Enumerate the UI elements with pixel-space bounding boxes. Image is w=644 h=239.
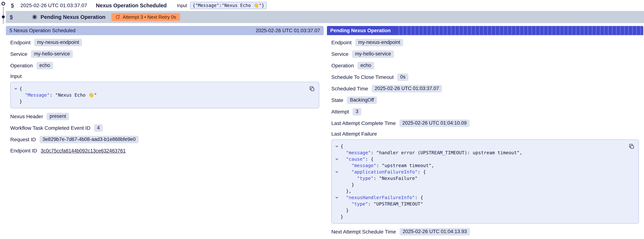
detail-field: Schedule To Close Timeout0s (331, 74, 639, 81)
input-preview-chip: {"Message":"Nexus Echo 👋"} (190, 2, 267, 9)
field-value-chip: present (47, 113, 69, 120)
event-name: Nexus Operation Scheduled (96, 2, 167, 8)
timeline-gutter (0, 0, 6, 26)
json-key: "cause" (346, 156, 365, 162)
field-value-chip: 3e829b7e-7d67-4b08-aad3-b1e868bfe9e0 (40, 136, 138, 143)
json-key: "nexusHandlerFailureInfo" (346, 194, 415, 201)
chevron-down-icon[interactable] (12, 86, 20, 92)
detail-field: Last Attempt Complete Time2025-02-26 UTC… (331, 120, 639, 127)
field-value-link[interactable]: 3c0c75ccfa8144b092c13ce632463761 (41, 148, 126, 154)
left-panel-body: Endpointmy-nexus-endpointServicemy-hello… (6, 35, 324, 162)
input-label: Input (177, 3, 187, 8)
event-history-row[interactable]: 5 2025-02-26 UTC 01:03:37.07 Nexus Opera… (0, 0, 644, 11)
detail-field: Nexus Headerpresent (10, 113, 319, 120)
json-text: "UPSTREAM_TIMEOUT" (374, 201, 423, 207)
detail-field: Operationecho (10, 62, 319, 69)
field-value-chip: 4 (94, 124, 103, 132)
json-text: : (368, 201, 374, 207)
json-text: : { (415, 194, 423, 201)
json-text: "upstream timeout", (382, 162, 434, 169)
json-text: : (374, 175, 379, 182)
code-gutter (333, 162, 340, 169)
json-key: "message" (346, 150, 371, 156)
chevron-down-icon[interactable] (333, 169, 340, 175)
field-label: Nexus Header (10, 114, 43, 120)
detail-field: Attempt3 (331, 108, 639, 116)
json-text: : (376, 162, 382, 169)
detail-panels: 5 Nexus Operation Scheduled 2025-02-26 U… (6, 26, 643, 239)
pending-operation-panel: Pending Nexus Operation Endpointmy-nexus… (327, 26, 643, 239)
code-line: "nexusHandlerFailureInfo": { (333, 194, 624, 201)
json-text: { (20, 86, 22, 92)
detail-field: Last Attempt Failure{"message": "handler… (331, 131, 639, 224)
code-line: "cause": { (333, 156, 624, 162)
field-value-chip: echo (36, 62, 53, 69)
json-key: "applicationFailureInfo" (352, 169, 418, 175)
field-value-chip: 2025-02-26 UTC 01:04:13.93 (400, 228, 470, 236)
code-gutter (333, 207, 340, 214)
code-gutter (333, 188, 340, 194)
chevron-down-icon[interactable] (333, 194, 340, 201)
field-value-chip: my-nexus-endpoint (355, 39, 403, 46)
event-timestamp: 2025-02-26 UTC 01:03:37.07 (20, 2, 87, 8)
field-label: Request ID (10, 137, 36, 142)
field-value-chip: my-hello-service (31, 50, 73, 58)
detail-field: Servicemy-hello-service (10, 50, 319, 58)
pending-operation-title: Pending Nexus Operation (41, 14, 106, 20)
code-gutter (333, 182, 340, 188)
json-text: } (352, 182, 354, 188)
json-text: "handler error (UPSTREAM_TIMEOUT): upstr… (376, 150, 522, 156)
in-progress-asterisk-icon (32, 14, 37, 20)
pending-event-id-link[interactable]: 5 (10, 14, 13, 20)
json-key: "Message" (25, 92, 50, 98)
json-text: "NexusFailure" (379, 175, 418, 182)
code-gutter (333, 201, 340, 207)
right-panel-body: Endpointmy-nexus-endpointServicemy-hello… (327, 35, 643, 239)
page: 5 2025-02-26 UTC 01:03:37.07 Nexus Opera… (0, 0, 644, 239)
event-details-header-title: 5 Nexus Operation Scheduled (10, 28, 76, 34)
timeline-connector (3, 7, 4, 24)
code-line: } (333, 207, 624, 214)
detail-field: StateBackingOff (331, 96, 639, 104)
event-id-link[interactable]: 5 (11, 2, 14, 8)
field-value-chip: my-nexus-endpoint (34, 39, 82, 46)
code-gutter (333, 214, 340, 220)
detail-field: Request ID3e829b7e-7d67-4b08-aad3-b1e868… (10, 136, 319, 143)
field-label: Last Attempt Complete Time (331, 120, 396, 126)
field-value-chip: echo (358, 62, 374, 69)
json-text: : (50, 92, 55, 98)
detail-field: Operationecho (331, 62, 639, 69)
chevron-down-icon[interactable] (333, 143, 340, 150)
code-line: "message": "upstream timeout", (333, 162, 624, 169)
timeline-start-icon (2, 2, 5, 6)
event-details-panel: 5 Nexus Operation Scheduled 2025-02-26 U… (6, 26, 324, 239)
code-line: } (12, 98, 304, 105)
field-label: Operation (10, 63, 33, 69)
pending-panel-header: Pending Nexus Operation (327, 26, 643, 35)
retry-attempt-badge: Attempt 3 • Next Retry 0s (111, 13, 180, 21)
chevron-down-icon[interactable] (333, 156, 340, 162)
code-line: { (12, 86, 304, 92)
pending-panel-header-title: Pending Nexus Operation (327, 26, 396, 35)
event-details-header: 5 Nexus Operation Scheduled 2025-02-26 U… (6, 26, 324, 35)
json-key: "message" (352, 162, 376, 169)
copy-icon[interactable] (308, 85, 316, 92)
detail-field: Endpointmy-nexus-endpoint (331, 39, 639, 46)
detail-field: Next Attempt Schedule Time2025-02-26 UTC… (331, 228, 639, 236)
json-text: : { (418, 169, 426, 175)
field-value-chip: my-hello-service (352, 50, 394, 58)
code-line: { (333, 143, 624, 150)
detail-field: Workflow Task Completed Event ID4 (10, 124, 319, 132)
field-label: Input (10, 74, 319, 79)
field-label: Service (331, 51, 348, 57)
json-key: "type" (352, 201, 368, 207)
code-line: "applicationFailureInfo": { (333, 169, 624, 175)
pending-operation-row[interactable]: 5 Pending Nexus Operation Attempt 3 • Ne… (6, 11, 644, 23)
copy-icon[interactable] (628, 143, 635, 150)
field-value-chip: 0s (397, 74, 408, 81)
field-label: Last Attempt Failure (331, 131, 639, 137)
retry-icon (115, 15, 120, 20)
field-label: Attempt (331, 109, 349, 115)
code-line: }, (333, 188, 624, 194)
detail-field: Servicemy-hello-service (331, 50, 639, 58)
